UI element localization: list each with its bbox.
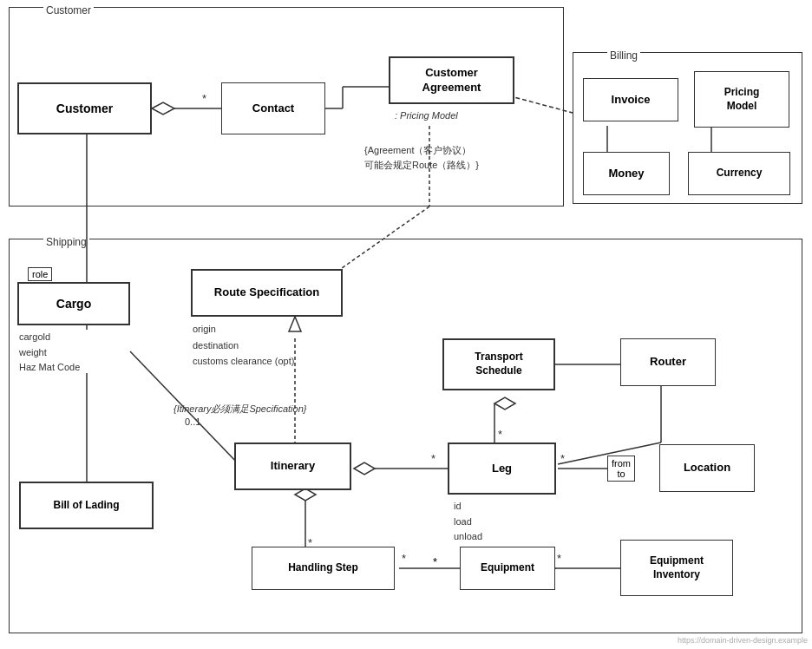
bill-of-lading-box: Bill of Lading	[19, 482, 154, 529]
equipment-inventory-box: EquipmentInventory	[620, 540, 733, 596]
equipment-box: Equipment	[460, 547, 555, 590]
billing-region-label: Billing	[607, 49, 640, 62]
leg-attrs: idloadunload	[454, 499, 482, 545]
invoice-box: Invoice	[583, 78, 678, 121]
route-spec-attrs: origindestinationcustoms clearance (opt)	[193, 321, 294, 370]
itinerary-note: {Itinerary必须满足Specification}	[174, 402, 306, 416]
cargo-box: Cargo	[17, 282, 130, 325]
customer-agreement-box: CustomerAgreement	[389, 56, 514, 104]
leg-box: Leg	[448, 442, 556, 495]
itinerary-box: Itinerary	[234, 442, 351, 490]
star-handling-equipment: *	[433, 555, 437, 568]
shipping-region-label: Shipping	[43, 236, 89, 248]
watermark: https://domain-driven-design.example	[678, 636, 808, 645]
from-to-label: fromto	[607, 456, 635, 482]
uml-diagram: Customer Billing Shipping *	[0, 0, 812, 649]
pricing-model-box: PricingModel	[694, 71, 789, 128]
transport-schedule-box: TransportSchedule	[442, 338, 555, 390]
currency-box: Currency	[688, 152, 790, 195]
cargo-attrs: cargoldweightHaz Mat Code	[19, 330, 80, 376]
agreement-note: {Agreement（客户协议）可能会规定Route（路线）}	[364, 143, 479, 172]
customer-box: Customer	[17, 82, 152, 134]
money-box: Money	[583, 152, 670, 195]
contact-box: Contact	[221, 82, 325, 134]
pricing-model-note: : Pricing Model	[395, 108, 458, 123]
customer-region-label: Customer	[43, 4, 94, 16]
location-box: Location	[659, 444, 755, 492]
router-box: Router	[620, 338, 716, 386]
role-label: role	[28, 267, 52, 281]
route-specification-box: Route Specification	[191, 269, 343, 317]
handling-step-box: Handling Step	[252, 547, 395, 590]
